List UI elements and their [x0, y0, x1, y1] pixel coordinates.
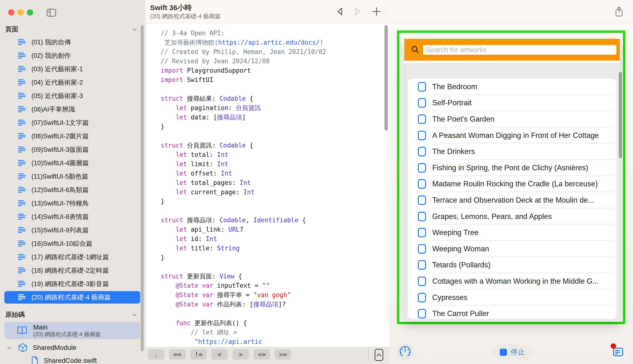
sidebar-page-item[interactable]: (11)SwiftUI-5顏色篇: [4, 170, 140, 183]
sidebar-page-item[interactable]: (13)SwiftUI-7特種鳥: [4, 197, 140, 210]
code-line[interactable]: struct 分頁資訊: Codable {: [161, 141, 326, 150]
operator-button[interactable]: .: [148, 349, 164, 360]
code-line[interactable]: func 更新作品列表() {: [161, 318, 326, 328]
code-line[interactable]: @State var 搜尋字串 = "van gogh": [161, 290, 326, 300]
code-line[interactable]: let title: String: [161, 244, 326, 253]
code-content[interactable]: // 3-4a Open API: 芝加哥藝術博物館(https://api.a…: [161, 28, 326, 346]
artwork-row[interactable]: Cottages with a Woman Working in the Mid…: [408, 273, 616, 290]
code-line[interactable]: @State var inputText = "": [161, 281, 326, 290]
chevron-down-icon[interactable]: [131, 26, 138, 33]
navigate-back-button[interactable]: [334, 6, 345, 17]
sidebar-page-item[interactable]: (20) 網路程式基礎-4 藝廊篇: [4, 291, 140, 304]
artwork-checkbox[interactable]: [418, 228, 426, 238]
chevron-down-icon[interactable]: [131, 311, 138, 318]
artwork-row[interactable]: Tetards (Pollards): [408, 257, 616, 273]
code-line[interactable]: struct 搜尋結果: Codable {: [161, 94, 326, 103]
navigate-forward-button[interactable]: [352, 6, 363, 17]
code-line[interactable]: let total_pages: Int: [161, 178, 326, 188]
sidebar-item-main[interactable]: Main (20) 網路程式基礎-4 藝廊篇: [4, 322, 140, 339]
code-line[interactable]: let api_link: URL?: [161, 225, 326, 234]
dismiss-keyboard-button[interactable]: [375, 349, 383, 361]
add-page-button[interactable]: [371, 6, 382, 17]
code-line[interactable]: let limit: Int: [161, 160, 326, 169]
performance-gauge-button[interactable]: [397, 344, 413, 360]
artwork-checkbox[interactable]: [418, 212, 426, 221]
sidebar-page-item[interactable]: (09)SwiftUI-3版面篇: [4, 144, 140, 156]
code-line[interactable]: [161, 206, 326, 216]
code-line[interactable]: 芝加哥藝術博物館(https://api.artic.edu/docs/): [161, 38, 326, 47]
operator-button[interactable]: !=: [190, 349, 207, 360]
artwork-checkbox[interactable]: [418, 196, 426, 205]
code-line[interactable]: "https://api.artic: [161, 337, 326, 346]
artwork-row[interactable]: The Poet's Garden: [408, 111, 616, 127]
artwork-row[interactable]: Self-Portrait: [408, 95, 616, 111]
sidebar-page-item[interactable]: (16)SwiftUI-10綜合篇: [4, 238, 140, 250]
artwork-row[interactable]: Fishing in Spring, the Pont de Clichy (A…: [408, 160, 616, 176]
operator-button[interactable]: >=: [275, 349, 291, 360]
code-line[interactable]: let id: Int: [161, 234, 326, 244]
sidebar-page-item[interactable]: (18) 網路程式基礎-2定時篇: [4, 264, 140, 277]
sidebar-page-item[interactable]: (12)SwiftUI-6鳥類篇: [4, 184, 140, 196]
artwork-checkbox[interactable]: [418, 276, 426, 286]
code-line[interactable]: // Created by Philip, Heman, Jean 2021/1…: [161, 47, 326, 56]
code-line[interactable]: let total: Int: [161, 150, 326, 160]
share-button[interactable]: [613, 6, 624, 17]
artwork-row[interactable]: Cypresses: [408, 290, 616, 306]
artwork-checkbox[interactable]: [418, 309, 426, 318]
artwork-row[interactable]: Weeping Tree: [408, 224, 616, 241]
preview-scrollbar[interactable]: [619, 72, 622, 158]
artwork-checkbox[interactable]: [418, 179, 426, 189]
sidebar-page-item[interactable]: (08)SwiftUI-2圖片篇: [4, 130, 140, 142]
code-line[interactable]: @State var 作品列表: [搜尋品項]?: [161, 300, 326, 309]
code-line[interactable]: let data: [搜尋品項]: [161, 113, 326, 122]
code-line[interactable]: let pagination: 分頁資訊: [161, 103, 326, 113]
artwork-checkbox[interactable]: [418, 163, 426, 173]
operator-button[interactable]: <: [211, 349, 228, 360]
sidebar-scrollbar[interactable]: [141, 25, 144, 351]
sidebar-page-item[interactable]: (02) 我的創作: [4, 50, 140, 62]
code-line[interactable]: [161, 132, 326, 141]
zoom-window-button[interactable]: [27, 9, 33, 16]
sidebar-page-item[interactable]: (06)AI手掌辨識: [4, 103, 140, 116]
artwork-row[interactable]: Madame Roulin Rocking the Cradle (La ber…: [408, 176, 616, 192]
artwork-checkbox[interactable]: [418, 131, 426, 140]
code-line[interactable]: struct 搜尋品項: Codable, Identifiable {: [161, 216, 326, 225]
code-line[interactable]: let offset: Int: [161, 169, 326, 178]
sidebar-page-item[interactable]: (07)SwiftUI-1文字篇: [4, 116, 140, 129]
code-line[interactable]: let current_page: Int: [161, 188, 326, 197]
sidebar-page-item[interactable]: (10)SwiftUI-4圖層篇: [4, 157, 140, 169]
search-input[interactable]: [423, 45, 616, 55]
code-line[interactable]: import PlaygroundSupport: [161, 66, 326, 75]
artwork-checkbox[interactable]: [418, 260, 426, 270]
artwork-row[interactable]: The Drinkers: [408, 144, 616, 160]
artwork-checkbox[interactable]: [418, 147, 426, 156]
sidebar-toggle-icon[interactable]: [47, 9, 56, 17]
artwork-checkbox[interactable]: [418, 244, 426, 254]
sidebar-page-item[interactable]: (05) 近代藝術家-3: [4, 90, 140, 102]
code-line[interactable]: [161, 309, 326, 318]
sidebar-item-sharedmodule[interactable]: SharedModule: [4, 342, 140, 354]
sidebar-page-item[interactable]: (15)SwiftUI-9列表篇: [4, 224, 140, 236]
code-line[interactable]: struct 更新頁面: View {: [161, 272, 326, 281]
sidebar-page-item[interactable]: (14)SwiftUI-8表情篇: [4, 210, 140, 223]
sidebar-page-item[interactable]: (04) 近代藝術家-2: [4, 76, 140, 89]
stop-button[interactable]: 停止: [492, 344, 533, 360]
sidebar-page-item[interactable]: (19) 網路程式基礎-3影音篇: [4, 278, 140, 290]
editor-scrollbar[interactable]: [384, 25, 388, 131]
operator-button[interactable]: ==: [169, 349, 186, 360]
sidebar-page-item[interactable]: (01) 我的自傳: [4, 36, 140, 48]
minimize-window-button[interactable]: [18, 9, 24, 16]
close-window-button[interactable]: [8, 9, 15, 16]
operator-button[interactable]: >: [233, 349, 249, 360]
code-line[interactable]: // Revised by Jean 2024/12/08: [161, 56, 326, 66]
code-line[interactable]: [161, 262, 326, 272]
operator-button[interactable]: <=: [254, 349, 270, 360]
code-line[interactable]: // let 網址 =: [161, 328, 326, 337]
code-editor[interactable]: // 3-4a Open API: 芝加哥藝術博物館(https://api.a…: [145, 23, 389, 347]
artwork-row[interactable]: Terrace and Observation Deck at the Moul…: [408, 192, 616, 208]
code-line[interactable]: [161, 85, 326, 94]
artwork-row[interactable]: A Peasant Woman Digging in Front of Her …: [408, 127, 616, 144]
code-line[interactable]: import SwiftUI: [161, 75, 326, 85]
artwork-row[interactable]: Grapes, Lemons, Pears, and Apples: [408, 208, 616, 225]
artwork-checkbox[interactable]: [418, 98, 426, 108]
